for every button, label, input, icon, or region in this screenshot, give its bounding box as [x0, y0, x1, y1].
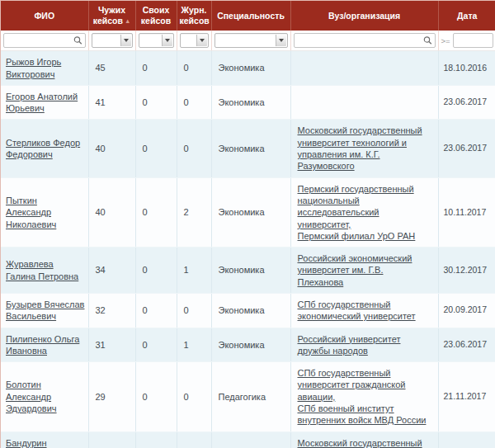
foreign-cases-value: 31	[96, 340, 106, 350]
person-link[interactable]: Болотин Александр Эдуардович	[6, 380, 57, 413]
own-cases-cell: 0	[135, 120, 177, 177]
organization-link[interactable]: СПб государственный экономический универ…	[298, 299, 431, 323]
person-link[interactable]: Бандурин Александр Владимирович	[6, 438, 68, 448]
table-row: Бузырев Вячеслав Васильевич3200Экономика…	[1, 294, 495, 328]
name-cell: Болотин Александр Эдуардович	[1, 362, 88, 431]
journal-cases-cell: 2	[177, 177, 211, 247]
col-header-own-cases[interactable]: Своих кейсов	[135, 1, 177, 31]
date-cell: 18.10.2016	[438, 51, 495, 86]
foreign-cases-cell: 45	[88, 51, 135, 86]
organization-link[interactable]: Московский государственный университет т…	[298, 125, 431, 172]
organization-filter-input[interactable]	[294, 33, 436, 48]
name-cell: Журавлева Галина Петровна	[1, 248, 88, 294]
organization-cell: Московский государственный институт инду…	[290, 431, 438, 448]
organization-cell: СПб государственный экономический универ…	[290, 294, 438, 328]
date-value: 21.11.2017	[444, 391, 487, 401]
cases-table: ФИО Чужих кейсов▲ Своих кейсов Журн. кей…	[0, 0, 495, 448]
name-cell: Стерликов Федор Федорович	[1, 120, 88, 177]
col-header-specialty[interactable]: Специальность	[211, 1, 290, 31]
journal-cases-value: 0	[184, 305, 189, 315]
search-icon	[423, 36, 432, 45]
person-link[interactable]: Стерликов Федор Федорович	[6, 138, 80, 159]
own-cases-value: 0	[143, 305, 148, 315]
person-link[interactable]: Пыткин Александр Николаевич	[6, 196, 56, 229]
date-value: 10.11.2017	[444, 207, 487, 217]
person-link[interactable]: Журавлева Галина Петровна	[6, 259, 78, 281]
journal-cases-cell: 0	[177, 431, 211, 448]
table-row: Пыткин Александр Николаевич4002Экономика…	[1, 177, 495, 247]
journal-cases-cell: 0	[177, 294, 211, 328]
journal-cases-filter-select[interactable]	[180, 33, 209, 48]
foreign-cases-value: 34	[96, 265, 106, 275]
date-cell: 23.06.2017	[438, 328, 495, 362]
table-row: Пилипенко Ольга Ивановна3101ЭкономикаРос…	[1, 328, 495, 362]
organization-link[interactable]: Пермский государственный национальный ис…	[298, 183, 431, 230]
organization-link[interactable]: Пермский филиал УрО РАН	[298, 230, 431, 242]
name-cell: Егоров Анатолий Юрьевич	[1, 85, 88, 120]
date-cell: 21.11.2017	[438, 362, 495, 431]
table-row: Журавлева Галина Петровна3401ЭкономикаРо…	[1, 248, 495, 294]
journal-cases-value: 0	[184, 63, 189, 73]
specialty-cell: Экономика	[211, 431, 290, 448]
person-link[interactable]: Пилипенко Ольга Ивановна	[6, 334, 79, 356]
chevron-down-icon	[120, 35, 131, 46]
gte-operator-label: >=	[441, 36, 450, 45]
own-cases-cell: 0	[135, 177, 177, 247]
col-header-journal-cases[interactable]: Журн. кейсов	[177, 1, 211, 31]
date-value: 30.12.2017	[444, 265, 488, 275]
foreign-cases-value: 40	[96, 207, 106, 217]
own-cases-value: 0	[143, 97, 148, 107]
organization-link[interactable]: Российский университет дружбы народов	[298, 333, 431, 357]
table-row: Бандурин Александр Владимирович2900Эконо…	[1, 431, 495, 448]
organization-link[interactable]: СПб государственный университет гражданс…	[298, 367, 431, 403]
foreign-cases-cell: 34	[88, 248, 135, 294]
specialty-cell: Экономика	[211, 328, 290, 362]
table-row: Егоров Анатолий Юрьевич4100Экономика23.0…	[1, 85, 495, 120]
own-cases-cell: 0	[135, 294, 177, 328]
foreign-cases-value: 32	[96, 305, 106, 315]
own-cases-cell: 0	[135, 431, 177, 448]
journal-cases-cell: 1	[177, 328, 211, 362]
date-cell: 23.06.2017	[438, 120, 495, 177]
person-link[interactable]: Рыжов Игорь Викторович	[6, 57, 61, 78]
col-header-organization[interactable]: Вуз/организация	[290, 1, 438, 31]
date-cell: 20.09.2017	[438, 294, 495, 328]
table-body: Рыжов Игорь Викторович4500Экономика18.10…	[1, 51, 495, 448]
name-cell: Рыжов Игорь Викторович	[1, 51, 88, 86]
col-header-fio[interactable]: ФИО	[1, 1, 88, 31]
foreign-cases-value: 41	[96, 97, 106, 107]
specialty-value: Экономика	[219, 97, 265, 107]
col-header-foreign-cases[interactable]: Чужих кейсов▲	[88, 1, 135, 31]
organization-cell: Российский экономический университет им.…	[290, 248, 438, 294]
specialty-value: Экономика	[219, 265, 265, 275]
chevron-down-icon	[276, 35, 286, 46]
specialty-filter-select[interactable]	[214, 33, 288, 48]
date-value: 23.06.2017	[444, 97, 488, 106]
specialty-cell: Экономика	[211, 177, 290, 247]
organization-cell: Пермский государственный национальный ис…	[290, 177, 438, 247]
name-cell: Пилипенко Ольга Ивановна	[1, 328, 88, 362]
journal-cases-value: 0	[184, 144, 189, 153]
own-cases-cell: 0	[135, 85, 177, 120]
specialty-value: Экономика	[219, 63, 265, 73]
date-filter-input[interactable]	[453, 33, 493, 48]
own-cases-filter-select[interactable]	[139, 33, 174, 48]
own-cases-value: 0	[143, 265, 148, 275]
name-cell: Бузырев Вячеслав Васильевич	[1, 294, 88, 328]
filter-row: >=	[1, 31, 495, 51]
foreign-cases-cell: 31	[88, 328, 135, 362]
date-cell: 10.11.2017	[438, 177, 495, 247]
specialty-cell: Экономика	[211, 51, 290, 86]
table-row: Рыжов Игорь Викторович4500Экономика18.10…	[1, 51, 495, 86]
header-row: ФИО Чужих кейсов▲ Своих кейсов Журн. кей…	[1, 1, 495, 31]
organization-link[interactable]: Российский экономический университет им.…	[298, 252, 431, 288]
specialty-value: Экономика	[219, 144, 265, 153]
col-header-date[interactable]: Дата	[438, 1, 495, 31]
person-link[interactable]: Бузырев Вячеслав Васильевич	[6, 299, 84, 321]
person-link[interactable]: Егоров Анатолий Юрьевич	[6, 92, 78, 113]
date-value: 20.09.2017	[444, 304, 488, 314]
organization-link[interactable]: СПб военный институт внутренних войск МВ…	[298, 403, 431, 427]
foreign-cases-filter-select[interactable]	[92, 33, 133, 48]
organization-link[interactable]: Московский государственный институт инду…	[298, 437, 431, 448]
specialty-cell: Педагогика	[211, 362, 290, 431]
